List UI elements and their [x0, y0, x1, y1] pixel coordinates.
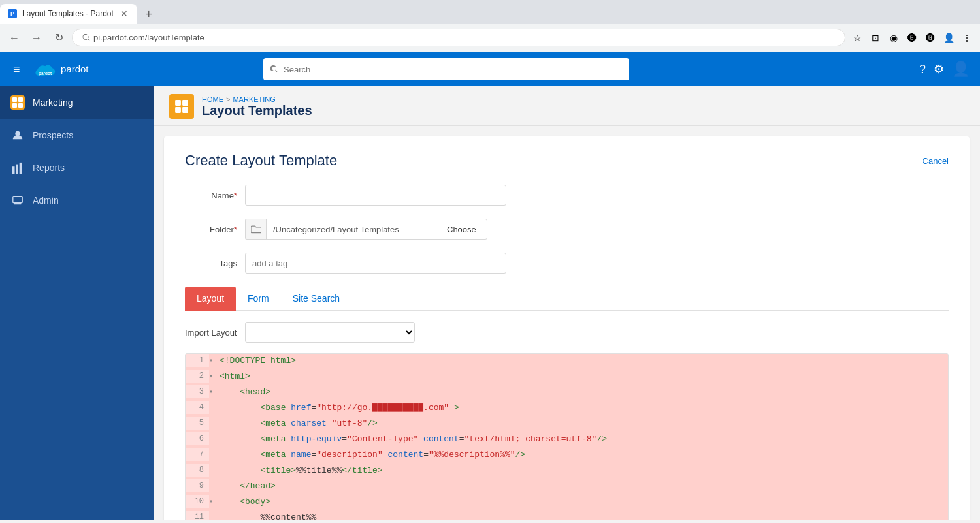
page-header: HOME > MARKETING Layout Templates	[154, 86, 980, 126]
folder-input[interactable]	[266, 219, 436, 240]
svg-rect-16	[14, 203, 22, 205]
screenshot-icon[interactable]: ⊡	[868, 30, 883, 46]
star-icon[interactable]: ☆	[849, 30, 865, 46]
folder-svg	[251, 225, 261, 234]
ext1-icon[interactable]: 🅖	[904, 30, 920, 46]
breadcrumb-home[interactable]: HOME	[202, 95, 223, 103]
code-line-10: 10 ▾ <body>	[186, 495, 948, 511]
code-line-1: 1 ▾ <!DOCTYPE html>	[186, 354, 948, 370]
admin-icon	[10, 193, 25, 208]
code-line-7: 7 <meta name="description" content="%%de…	[186, 448, 948, 464]
folder-row: Folder* Choose	[185, 219, 949, 240]
sidebar-item-admin[interactable]: Admin	[0, 184, 154, 217]
search-bar	[263, 58, 629, 80]
code-line-6: 6 <meta http-equiv="Content-Type" conten…	[186, 432, 948, 448]
name-input[interactable]	[245, 185, 506, 206]
code-line-9: 9 </head>	[186, 479, 948, 495]
refresh-button[interactable]: ↻	[50, 29, 68, 47]
name-required: *	[234, 191, 237, 200]
code-line-2: 2 ▾ <html>	[186, 370, 948, 385]
new-tab-button[interactable]: +	[140, 5, 158, 24]
page-title: Layout Templates	[202, 103, 312, 118]
sidebar-item-reports[interactable]: Reports	[0, 151, 154, 184]
sidebar-label-marketing: Marketing	[33, 97, 73, 108]
app: ≡ pardot pardot ?	[0, 52, 980, 520]
code-editor[interactable]: 1 ▾ <!DOCTYPE html> 2 ▾ <html> 3 ▾ <head…	[185, 353, 949, 520]
pardot-wordmark: pardot	[61, 62, 113, 76]
choose-button[interactable]: Choose	[436, 219, 487, 240]
address-text: pi.pardot.com/layoutTemplate	[93, 33, 204, 42]
svg-point-11	[15, 131, 20, 136]
breadcrumb-wrap: HOME > MARKETING Layout Templates	[202, 95, 312, 118]
hamburger-button[interactable]: ≡	[10, 60, 23, 79]
camera-icon[interactable]: ◉	[886, 30, 902, 46]
tags-row: Tags	[185, 253, 949, 274]
browser-controls: ← → ↻ pi.pardot.com/layoutTemplate ☆ ⊡ ◉…	[0, 24, 980, 52]
form-container: Create Layout Template Cancel Name* Fold…	[164, 136, 970, 520]
code-line-4: 4 <base href="http://go.██████████.com" …	[186, 401, 948, 417]
svg-rect-18	[182, 100, 188, 106]
svg-rect-8	[18, 97, 23, 102]
code-line-11: 11 %%content%%	[186, 511, 948, 520]
form-header: Create Layout Template Cancel	[185, 152, 949, 169]
page-icon	[169, 94, 194, 119]
menu-icon[interactable]: ⋮	[959, 30, 975, 46]
svg-rect-20	[182, 107, 188, 113]
search-icon	[270, 65, 278, 74]
svg-rect-14	[20, 163, 22, 174]
help-button[interactable]: ?	[919, 63, 926, 76]
sidebar-label-admin: Admin	[33, 195, 59, 206]
app-header: ≡ pardot pardot ?	[0, 52, 980, 86]
forward-button[interactable]: →	[27, 29, 46, 47]
avatar-icon[interactable]: 👤	[941, 30, 956, 46]
svg-text:pardot: pardot	[61, 63, 89, 74]
address-bar[interactable]: pi.pardot.com/layoutTemplate	[72, 29, 845, 46]
tab-layout[interactable]: Layout	[185, 287, 236, 311]
svg-rect-13	[16, 165, 18, 174]
sidebar: Marketing Prospects	[0, 86, 154, 520]
import-select[interactable]	[245, 322, 415, 343]
import-label: Import Layout	[185, 328, 237, 338]
tab-form[interactable]: Form	[236, 287, 281, 311]
svg-rect-19	[175, 107, 181, 113]
svg-text:pardot: pardot	[38, 71, 52, 76]
svg-rect-17	[175, 100, 181, 106]
tab-close-button[interactable]: ✕	[119, 8, 129, 19]
browser-tab[interactable]: P Layout Templates - Pardot ✕	[0, 4, 137, 24]
tags-input[interactable]	[245, 253, 506, 274]
content-area: HOME > MARKETING Layout Templates Create…	[154, 86, 980, 520]
sidebar-item-prospects[interactable]: Prospects	[0, 119, 154, 151]
folder-wrap: Choose	[245, 219, 487, 240]
marketing-icon	[10, 95, 25, 110]
reports-icon	[10, 161, 25, 175]
browser-actions: ☆ ⊡ ◉ 🅖 🅖 👤 ⋮	[849, 30, 975, 46]
sidebar-item-marketing[interactable]: Marketing	[0, 86, 154, 119]
salesforce-logo: pardot	[33, 57, 57, 81]
tab-title: Layout Templates - Pardot	[22, 9, 114, 18]
user-button[interactable]: 👤	[952, 61, 970, 78]
main-layout: Marketing Prospects	[0, 86, 980, 520]
folder-label: Folder*	[185, 225, 237, 234]
code-line-3: 3 ▾ <head>	[186, 385, 948, 401]
tab-favicon: P	[8, 9, 17, 18]
code-line-5: 5 <meta charset="utf-8"/>	[186, 417, 948, 432]
tags-label: Tags	[185, 259, 237, 268]
cancel-button[interactable]: Cancel	[923, 156, 949, 166]
import-row: Import Layout	[185, 322, 949, 343]
svg-rect-12	[12, 166, 15, 174]
sidebar-label-reports: Reports	[33, 163, 65, 173]
back-button[interactable]: ←	[5, 29, 24, 47]
settings-button[interactable]: ⚙	[934, 62, 944, 76]
ext2-icon[interactable]: 🅖	[923, 30, 938, 46]
breadcrumb-section[interactable]: MARKETING	[233, 95, 275, 103]
svg-rect-10	[18, 103, 23, 108]
name-label: Name*	[185, 191, 237, 200]
svg-rect-7	[12, 97, 17, 102]
tab-site-search[interactable]: Site Search	[281, 287, 351, 311]
pardot-logo: pardot pardot	[33, 57, 113, 81]
search-input[interactable]	[284, 65, 623, 74]
header-actions: ? ⚙ 👤	[919, 61, 970, 78]
name-row: Name*	[185, 185, 949, 206]
sidebar-label-prospects: Prospects	[33, 130, 73, 140]
folder-icon	[245, 219, 266, 240]
